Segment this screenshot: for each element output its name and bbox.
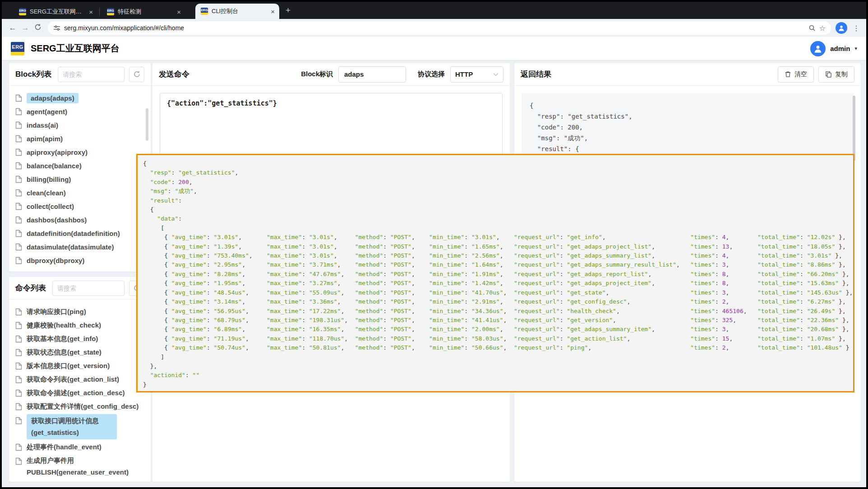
file-icon [15,216,23,224]
command-list-item[interactable]: 获取接口调用统计信息(get_statistics) [15,413,146,440]
block-refresh-button[interactable] [129,67,144,82]
command-list-item[interactable]: 请求响应接口(ping) [15,305,146,318]
tab-cli-console[interactable]: ERG CLI控制台 × [195,4,279,19]
copy-icon [825,71,832,78]
tab-close-icon[interactable]: × [271,8,275,15]
command-list-item[interactable]: 版本信息接口(get_version) [15,359,146,373]
erg-favicon: ERG [19,8,26,15]
tab-serg-platform[interactable]: ERG SERG工业互联网平台 × [14,5,97,19]
file-icon [15,175,23,183]
command-item-label: 获取状态信息(get_state) [27,348,102,357]
block-list-item[interactable]: datasimulate(datasimulate) [15,240,146,254]
send-command-title: 发送命令 [159,69,189,79]
command-list-item[interactable]: 获取配置文件详情(get_config_desc) [15,400,146,413]
file-icon [15,362,23,370]
app-header: ERG SERG工业互联网平台 admin ▾ [2,37,866,60]
command-list-item[interactable]: 获取命令描述(get_action_desc) [15,386,146,400]
copy-button[interactable]: 复制 [818,66,854,83]
select-chevron-icon [493,73,499,76]
file-icon [15,376,23,383]
bookmark-star-icon[interactable]: ☆ [819,24,826,32]
block-id-label: Block标识 [301,70,333,78]
tab-close-icon[interactable]: × [177,9,181,15]
statistics-result-overlay: { "resp": "get_statistics", "code": 200,… [136,154,854,392]
file-icon [15,108,23,115]
result-scrollbar[interactable] [853,96,855,161]
file-icon [15,349,23,356]
command-item-label: 获取命令列表(get_action_list) [27,375,119,384]
command-search-input[interactable] [52,281,125,296]
clear-button[interactable]: 清空 [778,66,814,83]
file-icon [15,308,23,316]
tab-strip: ERG SERG工业互联网平台 × ERG 特征检测 × ERG CLI控制台 … [2,2,866,19]
block-list-item[interactable]: adaps(adaps) [15,91,146,105]
block-list-item[interactable]: datadefinition(datadefinition) [15,226,146,240]
new-tab-button[interactable]: + [286,5,291,15]
block-list-scrollbar[interactable] [146,108,148,141]
block-list-item[interactable]: balance(balance) [15,159,146,172]
file-icon [15,135,23,143]
block-search-input[interactable] [58,67,125,82]
block-list-item[interactable]: apim(apim) [15,132,146,145]
file-icon [15,403,23,411]
user-avatar-icon[interactable] [810,41,826,56]
file-icon [15,243,23,251]
app-title: SERG工业互联网平台 [31,42,120,55]
file-icon [15,203,23,210]
zoom-icon[interactable] [808,24,816,32]
command-list-item[interactable]: 获取命令列表(get_action_list) [15,373,146,386]
command-item-label: 获取接口调用统计信息(get_statistics) [27,414,117,439]
block-list-item[interactable]: billing(billing) [15,172,146,186]
tab-feature-detect[interactable]: ERG 特征检测 × [102,5,185,19]
user-menu-caret-icon[interactable]: ▾ [854,46,857,51]
block-item-label: adaps(adaps) [27,93,78,103]
reload-icon[interactable] [32,23,44,33]
command-list-item[interactable]: 生成用户事件用PUBLISH(generate_user_event) [15,454,146,479]
command-item-label: 请求响应接口(ping) [27,308,86,316]
file-icon [15,389,23,397]
trash-icon [785,71,791,78]
block-list-item[interactable]: clean(clean) [15,186,146,199]
back-icon[interactable]: ← [6,23,19,32]
block-item-label: apiproxy(apiproxy) [27,148,88,156]
username[interactable]: admin [830,45,850,52]
block-list-item[interactable]: agent(agent) [15,105,146,118]
file-icon [15,443,23,451]
command-item-label: 生成用户事件用PUBLISH(generate_user_event) [27,455,129,478]
file-icon [15,94,23,102]
block-item-label: clean(clean) [27,189,66,197]
file-icon [15,335,23,343]
site-settings-icon[interactable] [53,24,60,32]
command-list-item[interactable]: 健康校验(health_check) [15,318,146,332]
protocol-value: HTTP [455,70,490,78]
file-icon [15,189,23,197]
file-icon [15,417,23,424]
block-list-item[interactable]: collect(collect) [15,199,146,213]
block-list-item[interactable]: apiproxy(apiproxy) [15,145,146,159]
command-list-item[interactable]: 获取基本信息(get_info) [15,332,146,346]
browser-menu-icon[interactable]: ⋮ [853,24,860,32]
file-icon [15,322,23,329]
block-item-label: datasimulate(datasimulate) [27,243,114,251]
forward-icon[interactable]: → [19,23,32,32]
command-list-item[interactable]: 获取状态信息(get_state) [15,346,146,359]
url-text: serg.mixyun.com/mixapplication/#/cli/hom… [64,24,805,32]
command-list-item[interactable]: 处理事件(handle_event) [15,440,146,454]
block-id-input[interactable] [338,66,406,83]
file-icon [15,457,23,465]
block-list-item[interactable]: dashbos(dashbos) [15,213,146,226]
command-item-label: 获取命令描述(get_action_desc) [27,389,125,397]
address-bar[interactable]: serg.mixyun.com/mixapplication/#/cli/hom… [48,21,831,35]
block-list-item[interactable]: dbproxy(dbproxy) [15,254,146,267]
file-icon [15,230,23,237]
tab-close-icon[interactable]: × [89,9,93,15]
tab-separator [99,8,100,16]
block-item-label: agent(agent) [27,108,67,115]
profile-avatar-icon[interactable] [836,22,847,34]
block-list-item[interactable]: indass(ai) [15,118,146,132]
protocol-select[interactable]: HTTP [450,66,503,83]
block-item-label: datadefinition(datadefinition) [27,230,120,237]
erg-favicon: ERG [201,8,208,15]
command-item-label: 版本信息接口(get_version) [27,362,110,370]
tab-title: CLI控制台 [212,7,267,15]
